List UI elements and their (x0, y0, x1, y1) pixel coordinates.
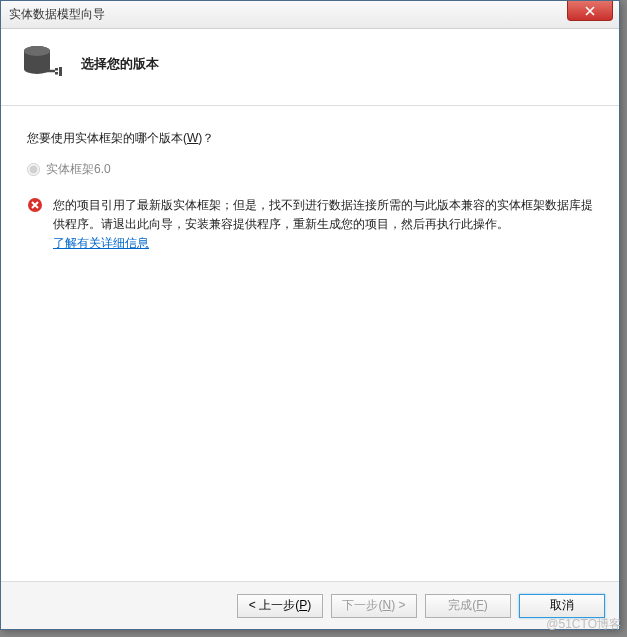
titlebar: 实体数据模型向导 (1, 1, 619, 29)
svg-point-1 (24, 46, 50, 56)
wizard-header: 选择您的版本 (1, 29, 619, 106)
wizard-content: 您要使用实体框架的哪个版本(W)？ 实体框架6.0 您的项目引用了最新版实体框架… (1, 106, 619, 278)
option-ef6-radio[interactable] (27, 163, 40, 176)
prompt-label: 您要使用实体框架的哪个版本(W)？ (27, 130, 593, 147)
svg-rect-3 (55, 72, 58, 75)
database-icon (21, 43, 63, 85)
close-icon (585, 6, 595, 16)
button-bar: < 上一步(P) 下一步(N) > 完成(F) 取消 (1, 581, 619, 629)
option-ef6-label: 实体框架6.0 (46, 161, 111, 178)
back-button[interactable]: < 上一步(P) (237, 594, 323, 618)
error-text: 您的项目引用了最新版实体框架；但是，找不到进行数据连接所需的与此版本兼容的实体框… (53, 196, 593, 254)
close-button[interactable] (567, 1, 613, 21)
svg-rect-4 (59, 67, 62, 76)
error-icon (27, 197, 43, 213)
window-title: 实体数据模型向导 (9, 6, 105, 23)
error-message: 您的项目引用了最新版实体框架；但是，找不到进行数据连接所需的与此版本兼容的实体框… (53, 198, 593, 231)
cancel-button[interactable]: 取消 (519, 594, 605, 618)
titlebar-controls (567, 1, 619, 28)
next-button: 下一步(N) > (331, 594, 417, 618)
error-panel: 您的项目引用了最新版实体框架；但是，找不到进行数据连接所需的与此版本兼容的实体框… (27, 196, 593, 254)
error-link[interactable]: 了解有关详细信息 (53, 236, 149, 250)
option-ef6[interactable]: 实体框架6.0 (27, 161, 593, 178)
wizard-window: 实体数据模型向导 选择您的版本 您要使用实体框架的哪个版本(W (0, 0, 620, 630)
header-title: 选择您的版本 (81, 55, 159, 73)
finish-button: 完成(F) (425, 594, 511, 618)
svg-rect-2 (55, 68, 58, 71)
